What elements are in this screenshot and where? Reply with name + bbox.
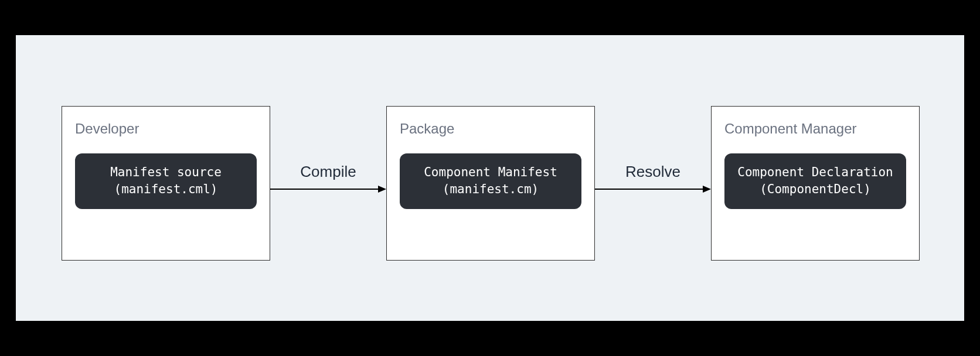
svg-marker-1 [378,186,386,193]
pill-component-declaration: Component Declaration (ComponentDecl) [724,153,906,209]
svg-marker-3 [703,186,711,193]
arrow-icon [595,184,711,194]
arrow-label: Resolve [625,163,680,181]
arrow-resolve: Resolve [595,163,711,194]
stage-label: Package [400,121,581,137]
diagram-canvas: Developer Manifest source (manifest.cml)… [15,35,965,321]
pill-line2: (manifest.cml) [87,181,245,198]
stage-label: Developer [75,121,257,137]
stage-developer: Developer Manifest source (manifest.cml) [62,106,270,261]
pill-line1: Component Manifest [411,164,570,181]
arrow-label: Compile [300,163,356,181]
stage-component-manager: Component Manager Component Declaration … [711,106,920,261]
pill-component-manifest: Component Manifest (manifest.cm) [400,153,581,209]
arrow-icon [270,184,386,194]
pill-manifest-source: Manifest source (manifest.cml) [75,153,257,209]
pill-line1: Component Declaration [736,164,894,181]
pill-line2: (manifest.cm) [411,181,570,198]
stage-label: Component Manager [724,121,906,137]
pill-line2: (ComponentDecl) [736,181,894,198]
arrow-compile: Compile [270,163,386,194]
pill-line1: Manifest source [87,164,245,181]
stage-package: Package Component Manifest (manifest.cm) [386,106,595,261]
